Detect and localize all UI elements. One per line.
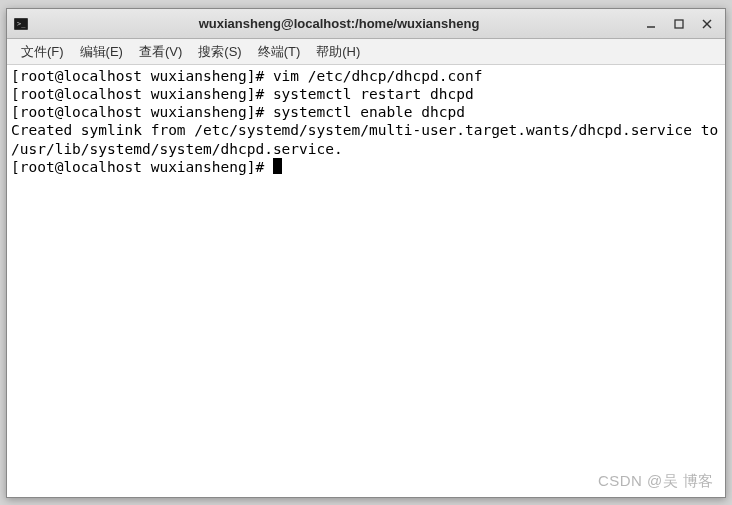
terminal-icon: >_ — [13, 16, 29, 32]
terminal-line: [root@localhost wuxiansheng]# vim /etc/d… — [11, 67, 721, 85]
window-title: wuxiansheng@localhost:/home/wuxiansheng — [35, 16, 643, 31]
menu-file[interactable]: 文件(F) — [13, 40, 72, 64]
terminal-line: [root@localhost wuxiansheng]# systemctl … — [11, 103, 721, 121]
terminal-window: >_ wuxiansheng@localhost:/home/wuxianshe… — [6, 8, 726, 498]
terminal-prompt: [root@localhost wuxiansheng]# — [11, 159, 273, 175]
terminal-line: Created symlink from /etc/systemd/system… — [11, 121, 721, 157]
cursor-icon — [273, 158, 282, 174]
terminal-prompt-line: [root@localhost wuxiansheng]# — [11, 158, 721, 176]
svg-text:>_: >_ — [17, 20, 26, 28]
menu-help[interactable]: 帮助(H) — [308, 40, 368, 64]
minimize-button[interactable] — [643, 16, 659, 32]
terminal-output[interactable]: [root@localhost wuxiansheng]# vim /etc/d… — [7, 65, 725, 497]
svg-rect-4 — [675, 20, 683, 28]
window-controls — [643, 16, 719, 32]
close-button[interactable] — [699, 16, 715, 32]
maximize-button[interactable] — [671, 16, 687, 32]
titlebar[interactable]: >_ wuxiansheng@localhost:/home/wuxianshe… — [7, 9, 725, 39]
terminal-line: [root@localhost wuxiansheng]# systemctl … — [11, 85, 721, 103]
menu-edit[interactable]: 编辑(E) — [72, 40, 131, 64]
menu-view[interactable]: 查看(V) — [131, 40, 190, 64]
menubar: 文件(F) 编辑(E) 查看(V) 搜索(S) 终端(T) 帮助(H) — [7, 39, 725, 65]
menu-search[interactable]: 搜索(S) — [190, 40, 249, 64]
menu-terminal[interactable]: 终端(T) — [250, 40, 309, 64]
